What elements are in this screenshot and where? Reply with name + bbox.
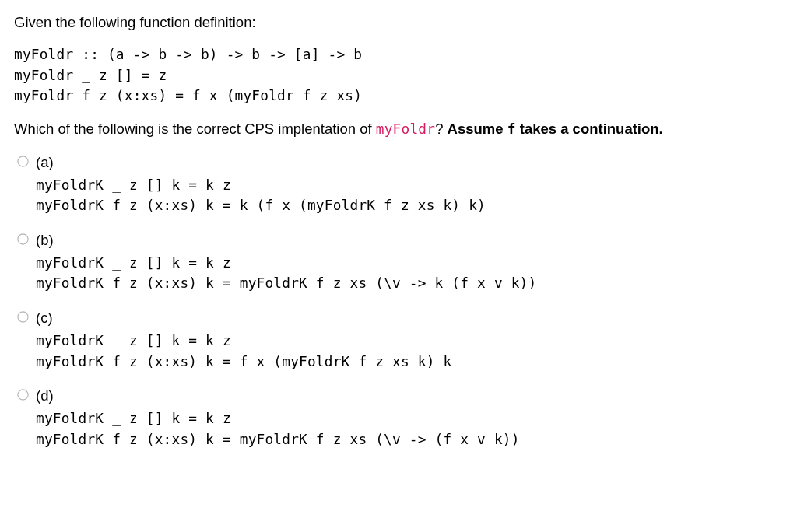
option-a[interactable]: (a) myFoldrK _ z [] k = k z myFoldrK f z… (14, 152, 783, 216)
question-page: Given the following function definition:… (0, 0, 797, 457)
intro-text: Given the following function definition: (14, 12, 783, 33)
option-a-label: (a) (36, 152, 783, 173)
radio-b[interactable] (17, 233, 28, 244)
option-b[interactable]: (b) myFoldrK _ z [] k = k z myFoldrK f z… (14, 230, 783, 294)
question-code-myfoldr: myFoldr (376, 121, 435, 137)
radio-d[interactable] (17, 390, 28, 401)
assume-code-f: f (507, 121, 516, 137)
radio-a[interactable] (17, 156, 28, 166)
option-b-code: myFoldrK _ z [] k = k z myFoldrK f z (x:… (36, 253, 783, 294)
option-c-body: (c) myFoldrK _ z [] k = k z myFoldrK f z… (36, 308, 783, 372)
option-d[interactable]: (d) myFoldrK _ z [] k = k z myFoldrK f z… (14, 386, 783, 450)
option-c[interactable]: (c) myFoldrK _ z [] k = k z myFoldrK f z… (14, 308, 783, 372)
question-assumption: Assume f takes a continuation. (448, 121, 663, 137)
option-b-label: (b) (36, 230, 783, 251)
question-mid: ? (435, 121, 447, 137)
radio-c[interactable] (17, 311, 28, 322)
question-prefix: Which of the following is the correct CP… (14, 121, 376, 137)
option-a-code: myFoldrK _ z [] k = k z myFoldrK f z (x:… (36, 175, 783, 216)
assume-prefix: Assume (448, 121, 507, 137)
options-list: (a) myFoldrK _ z [] k = k z myFoldrK f z… (14, 152, 783, 450)
function-definition-code: myFoldr :: (a -> b -> b) -> b -> [a] -> … (14, 44, 783, 107)
assume-suffix: takes a continuation. (516, 121, 663, 137)
option-d-body: (d) myFoldrK _ z [] k = k z myFoldrK f z… (36, 386, 783, 450)
option-d-code: myFoldrK _ z [] k = k z myFoldrK f z (x:… (36, 408, 783, 450)
option-c-code: myFoldrK _ z [] k = k z myFoldrK f z (x:… (36, 331, 783, 372)
option-d-label: (d) (36, 386, 783, 407)
option-b-body: (b) myFoldrK _ z [] k = k z myFoldrK f z… (36, 230, 783, 294)
option-c-label: (c) (36, 308, 783, 329)
question-prompt: Which of the following is the correct CP… (14, 119, 783, 140)
option-a-body: (a) myFoldrK _ z [] k = k z myFoldrK f z… (36, 152, 783, 216)
